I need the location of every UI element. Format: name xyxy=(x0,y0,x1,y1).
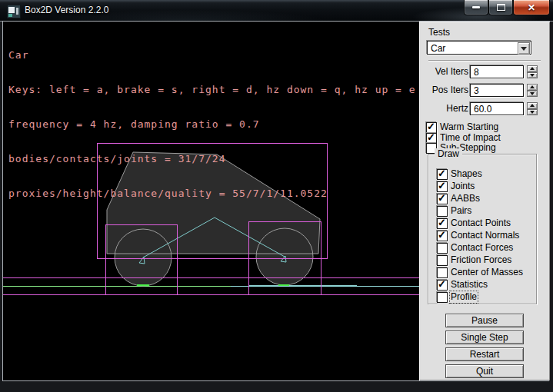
app-icon-teal xyxy=(8,14,12,17)
checkbox-box[interactable] xyxy=(437,267,448,278)
hertz-label: Hertz xyxy=(421,102,468,115)
close-button[interactable]: ✕ xyxy=(513,0,550,15)
window-title: Box2D Version 2.2.0 xyxy=(25,5,108,15)
stepper-down-button[interactable] xyxy=(527,109,538,116)
checkbox-label: Profile xyxy=(451,292,477,302)
restart-button[interactable]: Restart xyxy=(445,347,524,361)
hertz-stepper[interactable] xyxy=(527,102,538,115)
triangle-up-icon xyxy=(530,67,535,70)
control-panel: Tests Car Vel Iters 8 Pos Iters 3 xyxy=(419,22,550,380)
triangle-down-icon xyxy=(530,92,535,95)
stats-line-test-name: Car xyxy=(8,49,416,61)
checkbox-box[interactable] xyxy=(437,243,448,254)
chevron-down-icon xyxy=(521,47,527,51)
pos-iters-label: Pos Iters xyxy=(421,84,468,97)
checkbox-box[interactable] xyxy=(437,194,448,204)
title-bar[interactable]: Box2D Version 2.2.0 ✕ xyxy=(0,0,553,22)
checkbox-label: Warm Starting xyxy=(440,122,498,132)
tests-label: Tests xyxy=(428,27,450,38)
checkbox-label: Contact Normals xyxy=(451,231,519,241)
pos-iters-row: Pos Iters 3 xyxy=(419,84,550,97)
tests-dropdown-button[interactable] xyxy=(518,42,530,55)
hertz-row: Hertz 60.0 xyxy=(419,102,550,115)
checkbox-label: Pairs xyxy=(451,206,471,216)
stats-text: Car Keys: left = a, brake = s, right = d… xyxy=(8,26,416,222)
vel-iters-label: Vel Iters xyxy=(421,65,468,78)
checkbox-label: AABBs xyxy=(451,194,480,204)
stepper-up-button[interactable] xyxy=(527,84,538,91)
app-icon xyxy=(7,5,21,18)
right-contact-point xyxy=(278,284,289,286)
hertz-input[interactable]: 60.0 xyxy=(470,102,524,115)
checkbox-box[interactable] xyxy=(437,255,448,266)
stats-line-bodies: bodies/contacts/joints = 31/7/24 xyxy=(8,153,416,164)
app-icon-bar xyxy=(16,8,18,15)
checkbox-label: Center of Masses xyxy=(451,267,523,277)
maximize-icon xyxy=(497,4,505,11)
close-icon: ✕ xyxy=(528,3,535,12)
pos-iters-stepper[interactable] xyxy=(527,84,538,97)
stepper-down-button[interactable] xyxy=(527,91,538,98)
triangle-down-icon xyxy=(530,74,535,77)
triangle-up-icon xyxy=(530,104,535,107)
checkbox-label: Statistics xyxy=(451,280,488,290)
checkbox-box[interactable] xyxy=(437,218,448,229)
quit-button[interactable]: Quit xyxy=(445,364,524,378)
tests-dropdown-value: Car xyxy=(431,42,445,55)
pos-iters-value: 3 xyxy=(474,85,479,97)
stats-line-proxies: proxies/height/balance/quality = 55/7/1/… xyxy=(8,188,416,199)
checkbox-box[interactable] xyxy=(426,133,437,144)
triangle-down-icon xyxy=(530,111,535,114)
stats-line-keys: Keys: left = a, brake = s, right = d, hz… xyxy=(8,84,416,95)
separator xyxy=(428,60,541,61)
draw-group-title: Draw xyxy=(435,148,462,159)
checkbox-box[interactable] xyxy=(437,169,448,180)
maximize-button[interactable] xyxy=(488,0,513,15)
client-area: Car Keys: left = a, brake = s, right = d… xyxy=(2,21,549,381)
minimize-icon xyxy=(472,6,480,8)
checkbox-box[interactable] xyxy=(437,280,448,291)
left-contact-point xyxy=(137,284,149,286)
box2d-testbed-window: { "window": { "title": "Box2D Version 2.… xyxy=(0,0,553,392)
minimize-button[interactable] xyxy=(464,0,488,15)
physics-canvas[interactable]: Car Keys: left = a, brake = s, right = d… xyxy=(3,22,419,380)
checkbox-label: Joints xyxy=(451,181,475,191)
stepper-up-button[interactable] xyxy=(527,102,538,109)
checkbox-box[interactable] xyxy=(437,231,448,241)
checkbox-label: Friction Forces xyxy=(451,255,511,265)
hertz-value: 60.0 xyxy=(474,104,491,115)
checkbox-label: Contact Points xyxy=(451,218,511,228)
checkbox-box[interactable] xyxy=(437,181,448,192)
stepper-up-button[interactable] xyxy=(527,65,538,72)
pos-iters-input[interactable]: 3 xyxy=(470,84,524,97)
tests-dropdown[interactable]: Car xyxy=(427,41,531,55)
caption-buttons: ✕ xyxy=(464,0,550,15)
checkbox-box[interactable] xyxy=(437,292,448,303)
vel-iters-row: Vel Iters 8 xyxy=(419,65,550,78)
checkbox-label: Shapes xyxy=(451,169,482,179)
pause-button[interactable]: Pause xyxy=(445,314,524,327)
stats-line-frequency: frequency = 4 hz, damping ratio = 0.7 xyxy=(8,118,416,130)
triangle-up-icon xyxy=(530,85,535,88)
app-icon-window xyxy=(8,7,15,13)
single-step-button[interactable]: Single Step xyxy=(445,331,524,344)
vel-iters-input[interactable]: 8 xyxy=(470,65,524,78)
draw-group: Draw Shapes Joints AABBs Pairs Contact P… xyxy=(428,154,537,304)
vel-iters-stepper[interactable] xyxy=(527,65,538,78)
checkbox-label: Contact Forces xyxy=(451,243,513,253)
vel-iters-value: 8 xyxy=(474,67,479,78)
checkbox-box[interactable] xyxy=(437,206,448,217)
stepper-down-button[interactable] xyxy=(527,72,538,79)
